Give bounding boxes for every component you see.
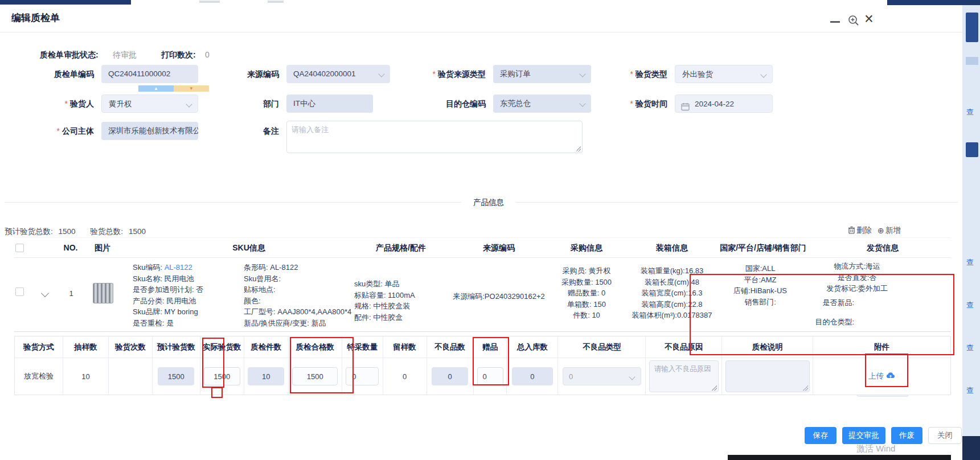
company-select[interactable]: 深圳市乐能创新技术有限公: [101, 122, 198, 140]
upload-button[interactable]: 上传: [868, 371, 895, 381]
resize-handle-icon[interactable]: [802, 385, 808, 391]
minimize-icon[interactable]: [830, 21, 840, 23]
sku-line: Sku品牌: MY boring: [133, 306, 203, 318]
gift-input[interactable]: 0: [477, 367, 503, 385]
expected-input[interactable]: 1500: [158, 367, 194, 385]
qc-col-header: 验货方式: [15, 336, 63, 358]
defective-input[interactable]: 0: [432, 367, 468, 385]
expand-row-icon[interactable]: [41, 289, 49, 297]
sku-line: 条形码: AL-8122: [244, 262, 351, 273]
sku-line: 产品分类: 民用电池: [133, 295, 203, 307]
qualified-input[interactable]: 1500: [292, 367, 338, 385]
dest-warehouse-select[interactable]: 东莞总仓: [493, 95, 591, 113]
source-code-label: 来源编码: [216, 65, 279, 83]
special-input[interactable]: 0: [346, 367, 379, 385]
packing-line: 装箱宽度(cm):16.3: [629, 288, 715, 299]
zoom-in-icon[interactable]: [847, 14, 860, 27]
background-page-strip: 查 查 查 查 查: [962, 5, 980, 460]
close-icon[interactable]: ×: [864, 10, 874, 28]
pieces-input[interactable]: 10: [248, 367, 284, 385]
qc-col-header: 不良品类型: [558, 336, 646, 358]
total-in-input[interactable]: 0: [512, 367, 553, 385]
defect-type-select[interactable]: 0: [563, 367, 641, 385]
cell-qualified: 1500: [289, 358, 342, 395]
qc-code-label: 质检单编码: [23, 65, 94, 83]
delete-rows-label: 删除: [856, 225, 872, 236]
remark-textarea[interactable]: 请输入备注: [286, 121, 583, 153]
delete-rows-button[interactable]: 删除: [848, 225, 872, 236]
background-page-fragment: [966, 142, 978, 157]
submit-approval-button[interactable]: 提交审批: [842, 427, 885, 444]
void-button[interactable]: 作废: [891, 427, 922, 444]
inspect-type-select[interactable]: 外出验货: [675, 65, 773, 83]
col-header-image: 图片: [83, 243, 122, 253]
add-row-button[interactable]: ⊕ 新增: [878, 225, 901, 236]
packing-line: 装箱高度(cm):22.8: [629, 299, 715, 310]
col-header-purchase: 采购信息: [547, 243, 626, 253]
cell-retained: 0: [383, 358, 427, 395]
market-line: 销售部门:: [712, 297, 809, 308]
qc-note-textarea[interactable]: [725, 360, 810, 392]
table-border: [14, 257, 951, 258]
section-title: 产品信息: [461, 198, 516, 208]
inspector-select[interactable]: 黄升权: [101, 95, 198, 113]
purchase-line: 件数: 10: [541, 310, 632, 321]
background-link-fragment: 查: [966, 257, 974, 268]
cell-total-in: 0: [507, 358, 558, 395]
sku-code-link[interactable]: AL-8122: [165, 263, 192, 272]
chevron-down-icon: [760, 71, 766, 77]
cell-qc-note: [722, 358, 813, 395]
source-type-select[interactable]: 采购订单: [493, 65, 591, 83]
save-button[interactable]: 保存: [805, 427, 837, 444]
page-title: 编辑质检单: [11, 11, 60, 24]
chevron-down-icon: [629, 373, 635, 380]
resize-handle-icon[interactable]: [711, 385, 717, 391]
dest-warehouse-value: 东莞总仓: [500, 99, 531, 108]
defect-reason-textarea[interactable]: 请输入不良品原因: [649, 360, 719, 392]
print-count-value: 0: [205, 50, 210, 59]
qc-col-header: 实际验货数: [200, 336, 244, 358]
shipping-col: 物流方式:海运 是否直发:否 发货标记:委外加工: [809, 261, 905, 294]
row-checkbox[interactable]: [15, 288, 24, 296]
source-code-select[interactable]: QA240402000001: [286, 65, 390, 83]
title-divider: [0, 32, 962, 32]
purchase-line: 采购员: 黄升权: [541, 265, 632, 277]
actual-input[interactable]: 1500: [204, 367, 240, 385]
qc-col-header: 质检说明: [722, 336, 813, 358]
company-label: 公司主体: [23, 122, 94, 140]
product-thumbnail[interactable]: [93, 283, 113, 303]
spec-line: 规格: 中性胶盒装: [354, 301, 415, 312]
approval-status-value: 待审批: [113, 50, 137, 60]
inspect-time-value: 2024-04-22: [695, 100, 734, 108]
sku-code-label: Sku编码:: [133, 263, 162, 272]
row-no: 1: [63, 289, 80, 298]
spec-line: 标贴容量: 1100mA: [354, 290, 415, 301]
dept-input[interactable]: IT中心: [286, 95, 373, 113]
edit-qc-modal: 查 查 查 查 查 编辑质检单 × 质检单审批状态: 待审批 打印数次: 0 质…: [0, 0, 980, 460]
cell-attachment: 上传: [813, 358, 950, 395]
purchase-col: 采购员: 黄升权 采购数量: 1500 赠品数量: 0 单箱数: 150 件数:…: [541, 265, 632, 321]
qc-col-header: 验货次数: [109, 336, 153, 358]
qc-code-input[interactable]: QC240411000002: [101, 65, 198, 83]
shipping-line: 发货标记:委外加工: [809, 283, 905, 294]
resize-handle-icon[interactable]: [575, 146, 581, 151]
chevron-down-icon: [579, 71, 585, 77]
col-header-spec: 产品规格/配件: [344, 243, 458, 253]
table-border: [14, 237, 951, 238]
qc-col-header: 不良品数: [427, 336, 474, 358]
remark-placeholder: 请输入备注: [292, 125, 329, 134]
cell-defective: 0: [427, 358, 474, 395]
approval-status-label: 质检单审批状态:: [40, 50, 99, 60]
background-page-fragment: [199, 1, 220, 3]
purchase-line: 赠品数量: 0: [541, 288, 632, 299]
close-button[interactable]: 关闭: [928, 427, 962, 444]
inspect-time-picker[interactable]: 2024-04-22: [675, 95, 773, 113]
inspect-type-value: 外出验货: [682, 70, 713, 79]
upload-cloud-icon: [886, 372, 895, 381]
background-page-fragment: [887, 0, 980, 5]
qc-col-header: 不良品原因: [646, 336, 722, 358]
dest-warehouse-label: 目的仓编码: [412, 95, 486, 113]
sort-asc-icon: ▲: [138, 85, 174, 92]
select-all-checkbox[interactable]: [15, 244, 24, 252]
packing-col: 装箱重量(kg):16.83 装箱长度(cm):48 装箱宽度(cm):16.3…: [629, 265, 715, 321]
